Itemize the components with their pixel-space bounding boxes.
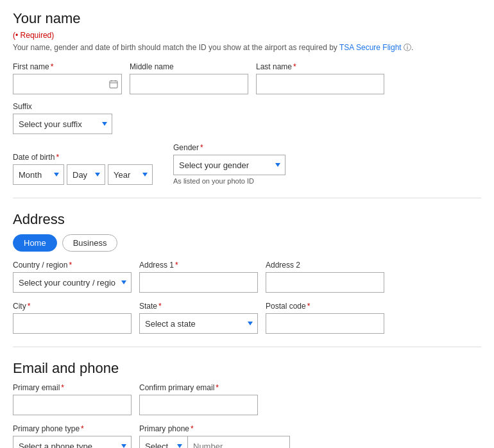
phone-type-select[interactable]: Select a phone type Mobile Home Work <box>13 436 132 448</box>
address1-label: Address 1* <box>139 261 258 270</box>
last-name-input[interactable] <box>256 74 384 94</box>
gender-label: Gender* <box>173 143 285 152</box>
confirm-email-label: Confirm primary email* <box>139 383 258 392</box>
primary-phone-group: Primary phone* Select +1 <box>139 424 290 448</box>
middle-name-input[interactable] <box>130 74 248 94</box>
gender-group: Gender* Select your gender Male Female A… <box>173 143 285 185</box>
suffix-label: Suffix <box>13 102 112 111</box>
dob-label: Date of birth* <box>13 153 153 162</box>
state-select[interactable]: Select a state Alabama Alaska California <box>139 313 258 334</box>
first-name-group: First name* <box>13 62 122 94</box>
country-select[interactable]: Select your country / region United Stat… <box>13 272 132 293</box>
country-select-wrapper: Select your country / region United Stat… <box>13 272 132 293</box>
suffix-select[interactable]: Select your suffix Jr. Sr. II III <box>13 114 112 134</box>
section-divider-2 <box>13 347 481 347</box>
business-tab[interactable]: Business <box>62 234 118 252</box>
last-name-group: Last name* <box>256 62 384 94</box>
first-name-label: First name* <box>13 62 122 71</box>
state-select-wrapper: Select a state Alabama Alaska California <box>139 313 258 334</box>
home-tab[interactable]: Home <box>13 234 57 252</box>
year-select-wrapper: Year <box>108 164 153 185</box>
confirm-email-group: Confirm primary email* <box>139 383 258 415</box>
gender-select[interactable]: Select your gender Male Female <box>173 155 285 175</box>
address-title: Address <box>13 211 481 228</box>
city-input[interactable] <box>13 313 132 334</box>
last-name-label: Last name* <box>256 62 384 71</box>
first-name-input[interactable] <box>13 74 122 94</box>
dob-gender-row: Date of birth* Month JanFebMar AprMayJun… <box>13 143 481 185</box>
required-note: (• Required) <box>13 31 481 40</box>
year-select[interactable]: Year <box>108 164 153 185</box>
postal-label: Postal code* <box>266 302 384 311</box>
suffix-group: Suffix Select your suffix Jr. Sr. II III <box>13 102 112 134</box>
primary-email-label: Primary email* <box>13 383 132 392</box>
state-label: State* <box>139 302 258 311</box>
phone-input-group: Select +1 <box>139 436 290 448</box>
middle-name-group: Middle name <box>130 62 248 94</box>
postal-input[interactable] <box>266 313 384 334</box>
email-phone-section: Email and phone Primary email* Confirm p… <box>13 360 481 448</box>
day-select-wrapper: Day <box>67 164 105 185</box>
address2-label: Address 2 <box>266 261 384 270</box>
dob-selects: Month JanFebMar AprMayJun JulAugSep OctN… <box>13 164 153 185</box>
month-select-wrapper: Month JanFebMar AprMayJun JulAugSep OctN… <box>13 164 64 185</box>
email-phone-title: Email and phone <box>13 360 481 377</box>
address2-group: Address 2 <box>266 261 384 293</box>
middle-name-label: Middle name <box>130 62 248 71</box>
suffix-select-wrapper: Select your suffix Jr. Sr. II III <box>13 114 112 134</box>
country-group: Country / region* Select your country / … <box>13 261 132 293</box>
state-group: State* Select a state Alabama Alaska Cal… <box>139 302 258 334</box>
section-divider-1 <box>13 198 481 198</box>
country-row: Country / region* Select your country / … <box>13 261 481 293</box>
confirm-email-input[interactable] <box>139 395 258 415</box>
tsa-link[interactable]: TSA Secure Flight <box>339 43 402 52</box>
city-state-zip-row: City* State* Select a state Alabama Alas… <box>13 302 481 334</box>
primary-email-group: Primary email* <box>13 383 132 415</box>
country-label: Country / region* <box>13 261 132 270</box>
dob-group: Date of birth* Month JanFebMar AprMayJun… <box>13 153 153 185</box>
phone-type-select-wrapper: Select a phone type Mobile Home Work <box>13 436 132 448</box>
gender-select-wrapper: Select your gender Male Female <box>173 155 285 175</box>
primary-email-input[interactable] <box>13 395 132 415</box>
name-fields-row: First name* Middle name <box>13 62 481 134</box>
address-tabs: Home Business <box>13 234 481 252</box>
phone-country-select[interactable]: Select +1 <box>139 436 187 448</box>
first-name-input-wrapper <box>13 74 122 94</box>
address-section: Address Home Business Country / region* … <box>13 211 481 334</box>
postal-group: Postal code* <box>266 302 384 334</box>
email-row: Primary email* Confirm primary email* <box>13 383 481 415</box>
your-name-section: Your name (• Required) Your name, gender… <box>13 10 481 185</box>
phone-country-select-wrapper: Select +1 <box>139 436 187 448</box>
city-label: City* <box>13 302 132 311</box>
your-name-title: Your name <box>13 10 481 27</box>
city-group: City* <box>13 302 132 334</box>
month-select[interactable]: Month JanFebMar AprMayJun JulAugSep OctN… <box>13 164 64 185</box>
address1-input[interactable] <box>139 272 258 293</box>
address2-input[interactable] <box>266 272 384 293</box>
phone-type-group: Primary phone type* Select a phone type … <box>13 424 132 448</box>
info-line: Your name, gender and date of birth shou… <box>13 42 481 53</box>
address1-group: Address 1* <box>139 261 258 293</box>
phone-number-input[interactable] <box>187 436 290 448</box>
gender-hint: As listed on your photo ID <box>173 177 285 185</box>
phone-type-label: Primary phone type* <box>13 424 132 433</box>
phone-row: Primary phone type* Select a phone type … <box>13 424 481 448</box>
primary-phone-label: Primary phone* <box>139 424 290 433</box>
day-select[interactable]: Day <box>67 164 105 185</box>
